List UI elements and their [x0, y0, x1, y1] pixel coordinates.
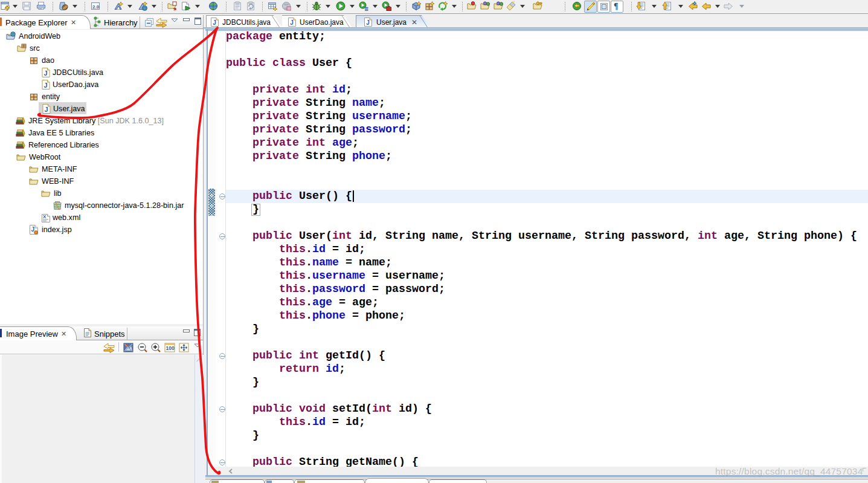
svg-text:X: X	[43, 214, 47, 219]
svg-text:J: J	[290, 19, 294, 26]
svg-text:2.0: 2.0	[92, 4, 100, 10]
svg-text:J: J	[213, 19, 216, 26]
svg-text:100: 100	[166, 345, 175, 351]
svg-text:J: J	[31, 226, 35, 233]
svg-text:J: J	[366, 19, 370, 26]
svg-text:J: J	[44, 82, 48, 89]
svg-text:J: J	[44, 70, 48, 77]
svg-text:J: J	[45, 106, 48, 113]
